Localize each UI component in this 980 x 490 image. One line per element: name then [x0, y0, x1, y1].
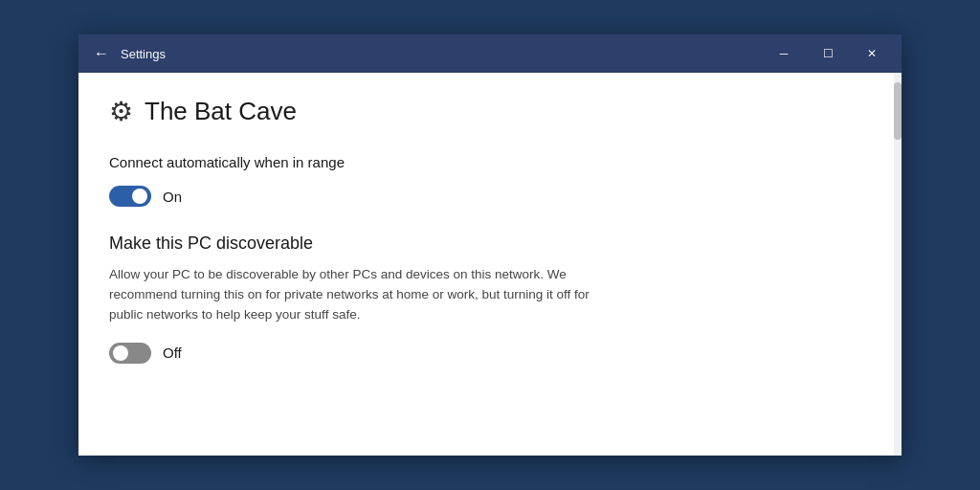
- auto-connect-toggle-label: On: [163, 189, 182, 205]
- back-icon: ←: [94, 45, 109, 62]
- gear-icon: ⚙: [109, 96, 133, 127]
- minimize-icon: ─: [780, 47, 789, 60]
- auto-connect-label: Connect automatically when in range: [109, 154, 871, 170]
- discoverable-toggle-label: Off: [163, 345, 182, 361]
- discoverable-title: Make this PC discoverable: [109, 234, 871, 254]
- discoverable-description: Allow your PC to be discoverable by othe…: [109, 265, 607, 325]
- content-area: ⚙ The Bat Cave Connect automatically whe…: [78, 73, 902, 456]
- auto-connect-section: Connect automatically when in range On: [109, 154, 871, 207]
- maximize-icon: ☐: [823, 47, 834, 60]
- discoverable-toggle-row: Off: [109, 343, 871, 364]
- page-header: ⚙ The Bat Cave: [109, 96, 871, 127]
- titlebar-title: Settings: [121, 47, 762, 61]
- scrollbar-thumb[interactable]: [894, 82, 902, 140]
- discoverable-toggle[interactable]: [109, 343, 151, 364]
- page-title: The Bat Cave: [145, 97, 297, 126]
- minimize-button[interactable]: ─: [762, 34, 806, 73]
- scrollbar[interactable]: [894, 73, 902, 456]
- close-icon: ✕: [867, 47, 877, 60]
- back-button[interactable]: ←: [86, 38, 117, 69]
- toggle-knob: [132, 189, 147, 204]
- close-button[interactable]: ✕: [850, 34, 894, 73]
- maximize-button[interactable]: ☐: [806, 34, 850, 73]
- window-controls: ─ ☐ ✕: [762, 34, 894, 73]
- discoverable-section: Make this PC discoverable Allow your PC …: [109, 234, 871, 364]
- settings-window: ← Settings ─ ☐ ✕ ⚙ The Bat Cave Connect …: [78, 34, 902, 456]
- auto-connect-toggle[interactable]: [109, 186, 151, 207]
- auto-connect-toggle-row: On: [109, 186, 871, 207]
- titlebar: ← Settings ─ ☐ ✕: [78, 34, 902, 73]
- toggle-knob-2: [113, 345, 128, 361]
